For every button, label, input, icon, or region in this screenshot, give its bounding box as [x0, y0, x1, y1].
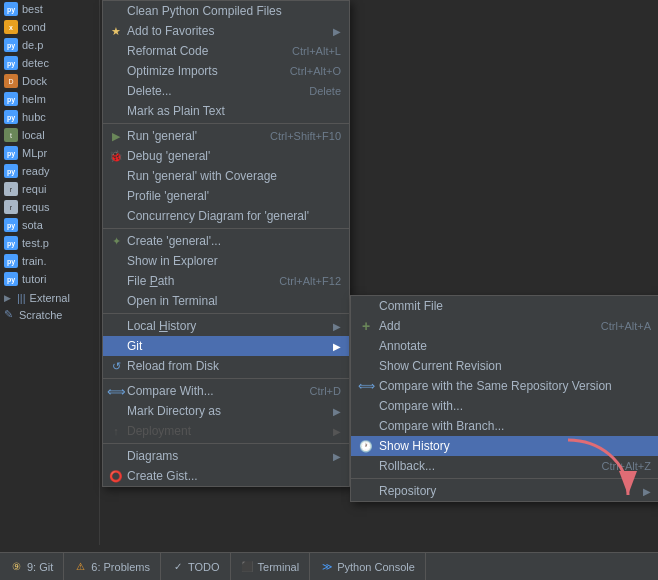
bottom-tab-python-console[interactable]: ≫ Python Console — [310, 553, 426, 580]
todo-tab-icon: ✓ — [171, 560, 184, 573]
menu-item-file-path[interactable]: File Path Ctrl+Alt+F12 — [103, 271, 349, 291]
menu-item-profile[interactable]: Profile 'general' — [103, 186, 349, 206]
menu-item-git[interactable]: Git ▶ — [103, 336, 349, 356]
sidebar-label-external: External — [30, 292, 70, 304]
menu-label-diagrams: Diagrams — [127, 449, 329, 463]
sidebar-label-helm: helm — [22, 93, 46, 105]
menu-item-mark-dir[interactable]: Mark Directory as ▶ — [103, 401, 349, 421]
menu-item-delete[interactable]: Delete... Delete — [103, 81, 349, 101]
menu-item-local-history[interactable]: Local History ▶ — [103, 316, 349, 336]
git-item-commit[interactable]: Commit File — [351, 296, 658, 316]
expand-arrow-icon: ▶ — [4, 293, 11, 303]
file-icon-train: py — [4, 254, 18, 268]
git-item-add[interactable]: + Add Ctrl+Alt+A — [351, 316, 658, 336]
menu-label-open-terminal: Open in Terminal — [127, 294, 341, 308]
git-arrow-icon: ▶ — [333, 341, 341, 352]
separator-4 — [103, 378, 349, 379]
separator-3 — [103, 313, 349, 314]
sidebar-item-requs[interactable]: r requs — [0, 198, 99, 216]
menu-item-reformat[interactable]: Reformat Code Ctrl+Alt+L — [103, 41, 349, 61]
separator-5 — [103, 443, 349, 444]
menu-item-optimize[interactable]: Optimize Imports Ctrl+Alt+O — [103, 61, 349, 81]
git-item-compare-with[interactable]: Compare with... — [351, 396, 658, 416]
menu-label-create-gist: Create Gist... — [127, 469, 341, 483]
git-item-compare-repo[interactable]: ⟺ Compare with the Same Repository Versi… — [351, 376, 658, 396]
git-item-rollback[interactable]: Rollback... Ctrl+Alt+Z — [351, 456, 658, 476]
git-label-rollback: Rollback... — [379, 459, 589, 473]
compare-icon: ⟺ — [109, 384, 123, 398]
sidebar-label-mlpr: MLpr — [22, 147, 47, 159]
sidebar-item-requi[interactable]: r requi — [0, 180, 99, 198]
sidebar-item-tutori[interactable]: py tutori — [0, 270, 99, 288]
menu-label-mark-dir: Mark Directory as — [127, 404, 329, 418]
diagrams-arrow-icon: ▶ — [333, 451, 341, 462]
sidebar-label-train: train. — [22, 255, 46, 267]
menu-item-show-explorer[interactable]: Show in Explorer — [103, 251, 349, 271]
bottom-tab-terminal[interactable]: ⬛ Terminal — [231, 553, 311, 580]
menu-label-show-explorer: Show in Explorer — [127, 254, 341, 268]
menu-item-open-terminal[interactable]: Open in Terminal — [103, 291, 349, 311]
file-icon-dep: py — [4, 38, 18, 52]
git-shortcut-add: Ctrl+Alt+A — [601, 320, 651, 332]
sidebar-item-scratche[interactable]: ✎ Scratche — [0, 306, 99, 323]
menu-item-concurrency[interactable]: Concurrency Diagram for 'general' — [103, 206, 349, 226]
sidebar-item-external[interactable]: ▶ ||| External — [0, 290, 99, 306]
menu-item-add-favorites[interactable]: ★ Add to Favorites ▶ — [103, 21, 349, 41]
separator-1 — [103, 123, 349, 124]
shortcut-run: Ctrl+Shift+F10 — [270, 130, 341, 142]
file-icon-detec: py — [4, 56, 18, 70]
sidebar-item-mlpr[interactable]: py MLpr — [0, 144, 99, 162]
menu-item-run-coverage[interactable]: Run 'general' with Coverage — [103, 166, 349, 186]
deployment-icon: ↑ — [109, 424, 123, 438]
sidebar-item-sota[interactable]: py sota — [0, 216, 99, 234]
sidebar-label-tutori: tutori — [22, 273, 46, 285]
sidebar-label-hubc: hubc — [22, 111, 46, 123]
menu-item-mark-plain[interactable]: Mark as Plain Text — [103, 101, 349, 121]
menu-label-clean: Clean Python Compiled Files — [127, 4, 341, 18]
menu-item-create-gist[interactable]: ⭕ Create Gist... — [103, 466, 349, 486]
sidebar-item-best[interactable]: py best — [0, 0, 99, 18]
git-item-show-revision[interactable]: Show Current Revision — [351, 356, 658, 376]
menu-item-create[interactable]: ✦ Create 'general'... — [103, 231, 349, 251]
git-tab-icon: ⑨ — [10, 560, 23, 573]
menu-item-clean[interactable]: Clean Python Compiled Files — [103, 1, 349, 21]
sidebar-item-hubc[interactable]: py hubc — [0, 108, 99, 126]
sidebar-item-dep[interactable]: py de.p — [0, 36, 99, 54]
git-label-show-history: Show History — [379, 439, 651, 453]
menu-item-run[interactable]: ▶ Run 'general' Ctrl+Shift+F10 — [103, 126, 349, 146]
file-icon-cond: x — [4, 20, 18, 34]
menu-label-mark-plain: Mark as Plain Text — [127, 104, 341, 118]
menu-label-optimize: Optimize Imports — [127, 64, 278, 78]
sidebar-item-testp[interactable]: py test.p — [0, 234, 99, 252]
git-item-repository[interactable]: Repository ▶ — [351, 481, 658, 501]
menu-item-diagrams[interactable]: Diagrams ▶ — [103, 446, 349, 466]
bottom-tab-problems[interactable]: ⚠ 6: Problems — [64, 553, 161, 580]
bottom-tab-git[interactable]: ⑨ 9: Git — [0, 553, 64, 580]
sidebar-item-cond[interactable]: x cond — [0, 18, 99, 36]
sidebar-item-dock[interactable]: D Dock — [0, 72, 99, 90]
git-shortcut-rollback: Ctrl+Alt+Z — [601, 460, 651, 472]
sidebar-item-local[interactable]: t local — [0, 126, 99, 144]
git-item-compare-branch[interactable]: Compare with Branch... — [351, 416, 658, 436]
file-icon-mlpr: py — [4, 146, 18, 160]
bottom-tab-todo[interactable]: ✓ TODO — [161, 553, 231, 580]
problems-tab-icon: ⚠ — [74, 560, 87, 573]
run-icon: ▶ — [109, 129, 123, 143]
sidebar-label-ready: ready — [22, 165, 50, 177]
menu-item-deployment[interactable]: ↑ Deployment ▶ — [103, 421, 349, 441]
sidebar-label-requi: requi — [22, 183, 46, 195]
sidebar-item-detec[interactable]: py detec — [0, 54, 99, 72]
git-item-show-history[interactable]: 🕐 Show History — [351, 436, 658, 456]
menu-item-debug[interactable]: 🐞 Debug 'general' — [103, 146, 349, 166]
menu-label-concurrency: Concurrency Diagram for 'general' — [127, 209, 341, 223]
git-item-annotate[interactable]: Annotate — [351, 336, 658, 356]
sidebar-item-helm[interactable]: py helm — [0, 90, 99, 108]
sidebar-item-ready[interactable]: py ready — [0, 162, 99, 180]
sidebar-item-train[interactable]: py train. — [0, 252, 99, 270]
context-menu: Clean Python Compiled Files ★ Add to Fav… — [102, 0, 350, 487]
menu-item-reload[interactable]: ↺ Reload from Disk — [103, 356, 349, 376]
git-label-commit: Commit File — [379, 299, 651, 313]
menu-item-compare[interactable]: ⟺ Compare With... Ctrl+D — [103, 381, 349, 401]
git-submenu: Commit File + Add Ctrl+Alt+A Annotate Sh… — [350, 295, 658, 502]
repository-arrow-icon: ▶ — [643, 486, 651, 497]
